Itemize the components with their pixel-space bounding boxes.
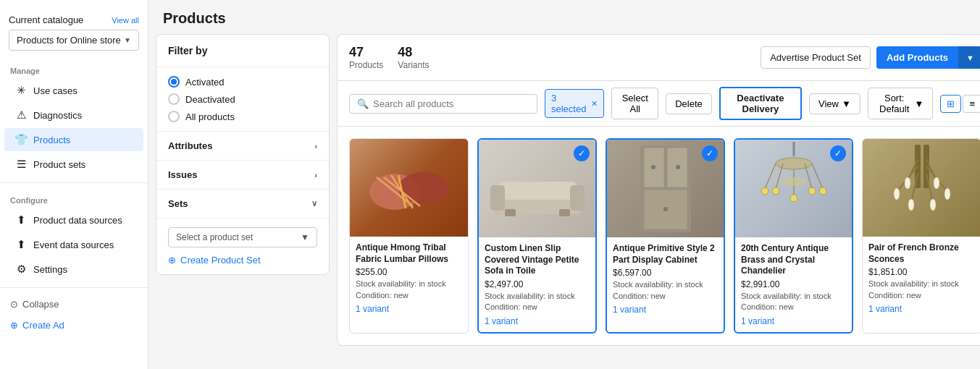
- diagnostics-icon: ⚠: [14, 109, 28, 122]
- issues-accordion: Issues ›: [156, 160, 329, 189]
- cabinet-illustration: [629, 142, 702, 236]
- clear-selection-button[interactable]: ✕: [591, 99, 598, 109]
- add-products-button-group: Add Products ▼: [876, 46, 980, 69]
- product-card[interactable]: ✓: [734, 138, 853, 334]
- product-condition: Condition: new: [485, 302, 590, 313]
- sidebar-item-products[interactable]: 👕 Products: [4, 128, 143, 151]
- page-title: Products: [163, 10, 980, 27]
- radio-activated[interactable]: Activated: [168, 76, 317, 88]
- product-set-chevron-icon: ▼: [301, 232, 309, 242]
- svg-rect-7: [498, 182, 577, 200]
- sidebar-item-use-cases[interactable]: ✳ Use cases: [4, 79, 143, 102]
- create-ad-button[interactable]: ⊕ Create Ad: [0, 315, 148, 336]
- radio-all-label: All products: [185, 111, 235, 122]
- product-name: Antique Hmong Tribal Fabric Lumbar Pillo…: [356, 242, 462, 265]
- sets-label: Sets: [168, 198, 188, 209]
- create-set-plus-icon: ⊕: [168, 255, 176, 266]
- radio-activated-label: Activated: [185, 77, 224, 88]
- svg-point-40: [905, 177, 910, 189]
- advertise-product-set-button[interactable]: Advertise Product Set: [761, 46, 871, 69]
- sidebar-item-label: Product data sources: [33, 215, 122, 226]
- product-set-placeholder: Select a product set: [176, 232, 253, 242]
- svg-point-44: [908, 199, 914, 211]
- add-products-chevron-button[interactable]: ▼: [958, 46, 980, 69]
- svg-line-21: [765, 164, 776, 189]
- svg-point-20: [776, 158, 812, 169]
- sets-section: Select a product set ▼ ⊕ Create Product …: [156, 218, 329, 274]
- attributes-header[interactable]: Attributes ›: [156, 132, 329, 160]
- svg-point-29: [808, 187, 816, 195]
- sidebar-item-product-data-sources[interactable]: ⬆ Product data sources: [4, 208, 143, 232]
- settings-icon: ⚙: [14, 263, 28, 276]
- products-count-label: Products: [349, 60, 383, 70]
- product-card[interactable]: Antique Hmong Tribal Fabric Lumbar Pillo…: [349, 138, 469, 334]
- sidebar-item-diagnostics[interactable]: ⚠ Diagnostics: [4, 103, 143, 127]
- radio-deactivated[interactable]: Deactivated: [168, 93, 317, 105]
- sort-button[interactable]: Sort: Default ▼: [868, 88, 934, 119]
- products-grid: Antique Hmong Tribal Fabric Lumbar Pillo…: [349, 138, 980, 334]
- main-content: Products Filter by Activated Deactivated: [148, 0, 980, 369]
- add-products-button[interactable]: Add Products: [876, 46, 958, 69]
- view-button[interactable]: View ▼: [809, 93, 860, 114]
- delete-button[interactable]: Delete: [666, 93, 712, 114]
- deactivate-delivery-button[interactable]: Deactivate Delivery: [719, 87, 802, 120]
- catalogue-value: Products for Online store: [17, 35, 121, 46]
- sidebar-item-event-data-sources[interactable]: ⬆ Event data sources: [4, 233, 143, 256]
- product-image: [863, 139, 980, 237]
- selected-count: 3 selected: [551, 93, 586, 114]
- products-count: 47: [349, 45, 383, 60]
- product-card[interactable]: ✓: [606, 138, 725, 334]
- create-set-label: Create Product Set: [180, 255, 261, 266]
- use-cases-icon: ✳: [14, 84, 28, 97]
- pillows-illustration: [366, 159, 453, 217]
- catalogue-dropdown[interactable]: Products for Online store ▼: [9, 30, 139, 51]
- sidebar-item-settings[interactable]: ⚙ Settings: [4, 258, 143, 281]
- collapse-button[interactable]: ⊙ Collapse: [0, 294, 148, 315]
- product-condition: Condition: new: [741, 302, 846, 313]
- sort-label: Sort: Default: [877, 93, 912, 114]
- sidebar-divider-2: [0, 287, 148, 288]
- product-selected-check: ✓: [830, 145, 846, 161]
- product-variant: 1 variant: [868, 304, 975, 314]
- product-sets-icon: ☰: [14, 158, 28, 171]
- svg-point-30: [790, 195, 797, 202]
- sidebar-item-label: Products: [33, 135, 70, 145]
- create-product-set-button[interactable]: ⊕ Create Product Set: [168, 255, 317, 266]
- grid-view-button[interactable]: ⊞: [940, 95, 961, 113]
- select-all-button[interactable]: Select All: [611, 88, 658, 119]
- sidebar-item-product-sets[interactable]: ☰ Product sets: [4, 153, 143, 176]
- product-info: Antique Primitive Style 2 Part Display C…: [607, 237, 724, 321]
- product-price: $1,851.00: [868, 267, 975, 277]
- sidebar-item-label: Product sets: [33, 159, 85, 170]
- radio-activated-circle: [168, 76, 180, 88]
- svg-rect-8: [490, 185, 505, 211]
- stat-products: 47 Products: [349, 45, 383, 70]
- stat-variants: 48 Variants: [398, 45, 429, 70]
- radio-all-products[interactable]: All products: [168, 111, 317, 122]
- product-set-dropdown[interactable]: Select a product set ▼: [168, 227, 317, 247]
- svg-point-31: [781, 177, 807, 186]
- svg-rect-11: [559, 209, 570, 216]
- sort-chevron-icon: ▼: [915, 98, 924, 109]
- list-view-button[interactable]: ≡: [963, 95, 980, 113]
- sets-header[interactable]: Sets ∨: [156, 190, 329, 218]
- page-header: Products: [148, 0, 980, 34]
- sidebar-item-label: Diagnostics: [33, 110, 82, 121]
- chandelier-illustration: [750, 142, 837, 236]
- view-all-link[interactable]: View all: [112, 16, 139, 25]
- filter-panel: Filter by Activated Deactivated: [156, 34, 330, 275]
- create-ad-label: Create Ad: [22, 320, 64, 331]
- collapse-label: Collapse: [22, 299, 59, 310]
- product-stock: Stock availability: in stock: [485, 291, 590, 302]
- svg-point-26: [761, 187, 768, 195]
- svg-point-43: [945, 188, 950, 200]
- sidebar: Current catalogue View all Products for …: [0, 0, 148, 369]
- product-card[interactable]: Pair of French Bronze Sconces $1,851.00 …: [862, 138, 980, 334]
- product-info: Antique Hmong Tribal Fabric Lumbar Pillo…: [350, 237, 468, 320]
- product-card[interactable]: ✓: [477, 138, 597, 334]
- issues-label: Issues: [168, 169, 197, 180]
- search-box[interactable]: 🔍: [349, 94, 537, 114]
- product-stock: Stock availability: in stock: [741, 291, 846, 302]
- issues-header[interactable]: Issues ›: [156, 161, 329, 189]
- search-input[interactable]: [373, 98, 529, 109]
